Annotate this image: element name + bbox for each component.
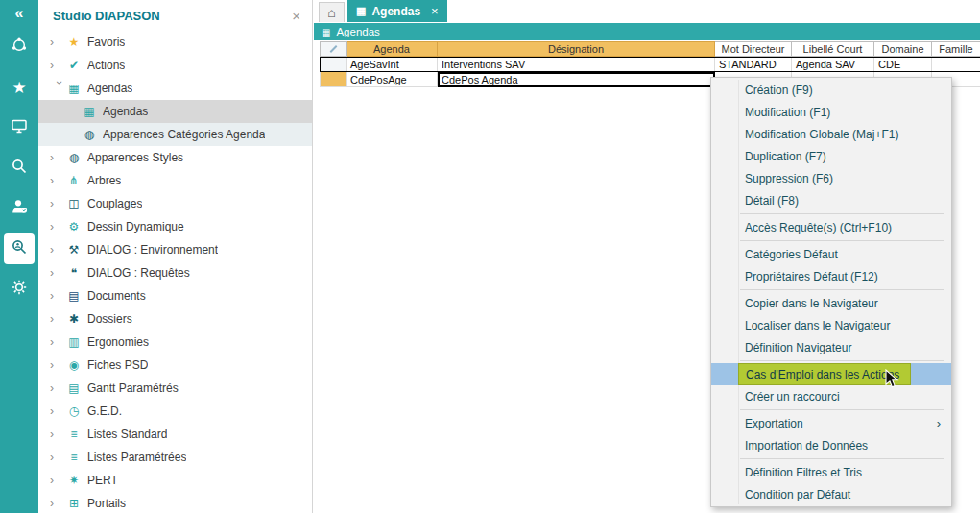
nav-desktop-button[interactable] <box>0 108 38 148</box>
gantt-icon: ▤ <box>65 381 83 395</box>
menu-item-importation-donnees[interactable]: Importation de Données <box>711 434 951 456</box>
nav-search-button[interactable] <box>0 148 38 188</box>
sidebar-close-icon[interactable]: × <box>292 8 300 24</box>
sidebar-item-apparences-categories-agenda[interactable]: ◍ Apparences Catégories Agenda <box>38 123 312 146</box>
menu-item-creation[interactable]: Création (F9) <box>711 79 951 101</box>
sidebar-item-label: Apparences Catégories Agenda <box>103 128 265 141</box>
monitor-icon <box>10 116 29 139</box>
nav-explorer-button[interactable] <box>0 229 38 269</box>
list-icon: ≡ <box>65 428 83 441</box>
cell-domaine[interactable]: CDE <box>874 57 932 72</box>
cell-agenda[interactable]: CdePosAge <box>347 72 438 87</box>
chevron-right-icon: › <box>50 381 65 395</box>
chevron-right-icon: › <box>50 174 65 187</box>
cell-famille[interactable] <box>932 57 980 72</box>
sidebar-item-dialog-environnement[interactable]: › ⚒ DIALOG : Environnement <box>38 238 312 261</box>
menu-item-label: Suppression (F6) <box>745 172 833 185</box>
speech-bubble-icon: ❝ <box>65 266 83 280</box>
menu-item-label: Définition Navigateur <box>745 341 851 354</box>
nav-user-button[interactable] <box>0 188 38 229</box>
cell-mot-directeur[interactable]: STANDARD <box>715 57 792 72</box>
sidebar-item-label: Ergonomies <box>87 335 149 349</box>
menu-item-label: Cas d'Emploi dans les Actions <box>746 368 899 381</box>
table-header-libelle-court[interactable]: Libellé Court <box>792 41 874 57</box>
sidebar-item-listes-parametrees[interactable]: › ≡ Listes Paramétrées <box>38 446 312 469</box>
sidebar-item-apparences-styles[interactable]: › ◍ Apparences Styles <box>38 146 312 169</box>
sidebar-item-agendas-agendas[interactable]: ▦ Agendas <box>38 100 312 123</box>
chevron-right-icon: › <box>50 289 65 303</box>
sidebar-item-label: Actions <box>87 59 125 72</box>
row-marker-cell[interactable] <box>320 57 347 72</box>
table-header-domaine[interactable]: Domaine <box>874 41 932 57</box>
menu-item-label: Accès Requête(s) (Ctrl+F10) <box>745 221 892 234</box>
cell-designation[interactable]: Interventions SAV <box>438 57 715 72</box>
app-window: { "colors": { "accent_teal": "#29a3a3", … <box>0 0 980 513</box>
menu-item-detail[interactable]: Détail (F8) <box>711 189 951 211</box>
sidebar-item-actions[interactable]: › ✔ Actions <box>38 54 312 77</box>
menu-item-modification-globale[interactable]: Modification Globale (Maj+F1) <box>711 123 951 145</box>
sidebar-item-dialog-requetes[interactable]: › ❝ DIALOG : Requêtes <box>38 261 312 284</box>
apps-sphere-icon <box>10 36 29 59</box>
sidebar-item-ged[interactable]: › ◷ G.E.D. <box>38 400 312 423</box>
sidebar-item-label: Agendas <box>103 105 148 118</box>
cell-agenda[interactable]: AgeSavInt <box>347 57 438 72</box>
sidebar-item-gantt-parametres[interactable]: › ▤ Gantt Paramétrés <box>38 377 312 400</box>
menu-separator <box>740 409 944 410</box>
nav-favorites-button[interactable]: ★ <box>0 67 38 108</box>
sidebar-item-favoris[interactable]: › ★ Favoris <box>38 31 312 54</box>
search-icon <box>10 157 29 180</box>
sidebar-item-listes-standard[interactable]: › ≡ Listes Standard <box>38 423 312 446</box>
tab-label: Agendas <box>371 5 420 18</box>
left-icon-bar: « ★ <box>0 0 38 513</box>
table-header-agenda[interactable]: Agenda <box>347 41 438 57</box>
table-header-designation[interactable]: Désignation <box>438 41 715 57</box>
collapse-sidebar-button[interactable]: « <box>0 0 38 27</box>
table-header-famille[interactable]: Famille <box>932 41 980 57</box>
menu-item-acces-requetes[interactable]: Accès Requête(s) (Ctrl+F10) <box>711 216 951 238</box>
menu-item-categories-defaut[interactable]: Catégories Défaut <box>711 243 951 265</box>
table-icon: ◫ <box>65 197 83 210</box>
chevron-right-icon: › <box>50 428 65 441</box>
sidebar-item-documents[interactable]: › ▤ Documents <box>38 284 312 307</box>
row-marker-cell[interactable] <box>320 72 347 87</box>
cell-libelle-court[interactable]: Agenda SAV <box>792 57 874 72</box>
menu-item-proprietaires-defaut[interactable]: Propriétaires Défaut (F12) <box>711 265 951 287</box>
tab-close-icon[interactable]: × <box>431 4 439 18</box>
tab-agendas[interactable]: ▦ Agendas × <box>347 0 447 22</box>
sidebar-item-fiches-psd[interactable]: › ◉ Fiches PSD <box>38 354 312 377</box>
sidebar-item-agendas[interactable]: › ▦ Agendas <box>38 77 312 100</box>
sidebar-item-dessin-dynamique[interactable]: › ⚙ Dessin Dynamique <box>38 215 312 238</box>
sidebar-item-arbres[interactable]: › ⋔ Arbres <box>38 169 312 192</box>
sidebar-item-label: G.E.D. <box>87 404 122 418</box>
nav-settings-button[interactable] <box>0 269 38 309</box>
chevron-right-icon: › <box>50 335 65 349</box>
menu-item-localiser-navigateur[interactable]: Localiser dans le Navigateur <box>711 314 951 336</box>
sidebar-item-portails[interactable]: › ⊞ Portails <box>38 492 312 513</box>
table-row[interactable]: AgeSavInt Interventions SAV STANDARD Age… <box>320 57 980 72</box>
table-corner-cell[interactable] <box>320 41 347 57</box>
star-icon: ★ <box>12 80 26 96</box>
sidebar-item-dossiers[interactable]: › ✱ Dossiers <box>38 307 312 330</box>
menu-item-exportation[interactable]: Exportation › <box>711 412 951 434</box>
menu-item-modification[interactable]: Modification (F1) <box>711 101 951 123</box>
menu-item-definition-filtres-tris[interactable]: Définition Filtres et Tris <box>711 461 951 483</box>
sidebar-item-label: PERT <box>87 474 118 487</box>
table-header-mot-directeur[interactable]: Mot Directeur <box>715 41 792 57</box>
sidebar-item-ergonomies[interactable]: › ▥ Ergonomies <box>38 330 312 354</box>
menu-item-label: Exportation <box>745 417 803 430</box>
nav-apps-button[interactable] <box>0 27 38 67</box>
corner-slash-icon <box>329 45 337 53</box>
menu-item-definition-navigateur[interactable]: Définition Navigateur <box>711 336 951 358</box>
menu-item-suppression[interactable]: Suppression (F6) <box>711 167 951 189</box>
menu-item-condition-par-defaut[interactable]: Condition par Défaut <box>711 483 951 505</box>
sidebar-item-pert[interactable]: › ✷ PERT <box>38 469 312 492</box>
menu-item-label: Modification Globale (Maj+F1) <box>745 128 898 141</box>
sidebar-item-couplages[interactable]: › ◫ Couplages <box>38 192 312 215</box>
tab-home[interactable]: ⌂ <box>319 2 345 22</box>
cell-designation-editing[interactable]: CdePos Agenda <box>438 72 715 87</box>
menu-item-copier-navigateur[interactable]: Copier dans le Navigateur <box>711 292 951 314</box>
context-menu: Création (F9) Modification (F1) Modifica… <box>710 77 952 507</box>
menu-item-cas-emploi-actions[interactable]: Cas d'Emploi dans les Actions <box>711 363 951 385</box>
menu-item-duplication[interactable]: Duplication (F7) <box>711 145 951 167</box>
menu-item-creer-raccourci[interactable]: Créer un raccourci <box>711 385 951 407</box>
